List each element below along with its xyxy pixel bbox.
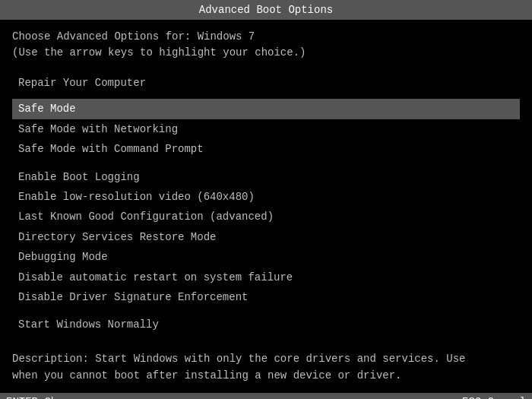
- menu-item-low-res-video[interactable]: Enable low-resolution video (640x480): [12, 187, 520, 207]
- menu-item-enable-boot-logging[interactable]: Enable Boot Logging: [12, 167, 520, 187]
- menu-item-safe-mode-networking[interactable]: Safe Mode with Networking: [12, 119, 520, 139]
- enter-label: ENTER=Choose: [6, 396, 83, 399]
- menu-section: Repair Your Computer Safe Mode Safe Mode…: [12, 73, 520, 335]
- main-content: Choose Advanced Options for: Windows 7 (…: [0, 20, 532, 393]
- menu-item-debugging-mode[interactable]: Debugging Mode: [12, 247, 520, 267]
- description-line2: when you cannot boot after installing a …: [12, 367, 520, 384]
- menu-item-start-normally[interactable]: Start Windows Normally: [12, 315, 520, 334]
- title-text: Advanced Boot Options: [199, 4, 333, 16]
- header-section: Choose Advanced Options for: Windows 7 (…: [12, 29, 520, 61]
- menu-item-directory-services[interactable]: Directory Services Restore Mode: [12, 227, 520, 247]
- title-bar: Advanced Boot Options: [0, 0, 532, 20]
- menu-item-last-known-good[interactable]: Last Known Good Configuration (advanced): [12, 207, 520, 226]
- description-section: Description: Start Windows with only the…: [12, 341, 520, 385]
- menu-item-disable-driver-sig[interactable]: Disable Driver Signature Enforcement: [12, 287, 520, 307]
- status-bar: ENTER=Choose ESC=Cancel: [0, 393, 532, 399]
- header-line1: Choose Advanced Options for: Windows 7: [12, 29, 520, 45]
- description-line1: Description: Start Windows with only the…: [12, 350, 520, 367]
- header-line2: (Use the arrow keys to highlight your ch…: [12, 45, 520, 61]
- menu-item-disable-restart[interactable]: Disable automatic restart on system fail…: [12, 268, 520, 287]
- menu-item-safe-mode-cmd[interactable]: Safe Mode with Command Prompt: [12, 139, 520, 159]
- menu-item-safe-mode[interactable]: Safe Mode: [12, 99, 520, 119]
- esc-label: ESC=Cancel: [462, 396, 526, 399]
- menu-item-repair[interactable]: Repair Your Computer: [12, 73, 520, 93]
